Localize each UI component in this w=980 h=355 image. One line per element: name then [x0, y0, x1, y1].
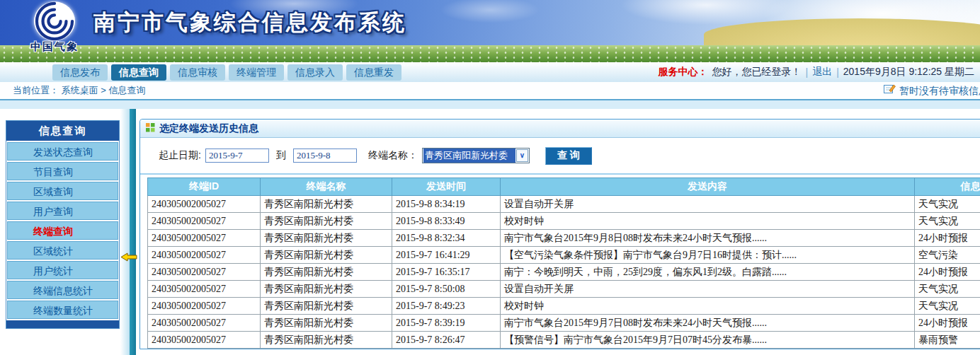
- sidebar-item-region-query[interactable]: 区域查询: [7, 182, 118, 200]
- panel-title: 选定终端发送历史信息: [159, 122, 258, 135]
- nav-tabs: 信息发布 信息查询 信息审核 终端管理 信息录入 信息重发: [52, 64, 401, 81]
- table-row[interactable]: 240305002005027 青秀区南阳新光村委 2015-9-7 8:49:…: [148, 298, 980, 315]
- cell-terminal-id: 240305002005027: [148, 281, 261, 298]
- col-terminal-id: 终端ID: [148, 178, 261, 196]
- tab-info-publish[interactable]: 信息发布: [52, 64, 108, 81]
- sidebar-item-terminal-query[interactable]: 终端查询: [7, 221, 118, 240]
- sidebar-item-send-status-query[interactable]: 发送状态查询: [7, 142, 118, 161]
- search-button[interactable]: 查 询: [545, 147, 592, 165]
- col-terminal-name: 终端名称: [261, 178, 392, 196]
- cell-info-type: 天气实况: [915, 281, 980, 298]
- cell-terminal-name: 青秀区南阳新光村委: [261, 315, 392, 332]
- sidebar-item-program-query[interactable]: 节目查询: [7, 162, 118, 180]
- history-table: 终端ID 终端名称 发送时间 发送内容 信息位 240305002005027 …: [147, 178, 980, 349]
- col-send-content: 发送内容: [501, 178, 915, 196]
- cell-info-type: 天气实况: [915, 298, 980, 315]
- sidebar-item-region-stats[interactable]: 区域统计: [7, 241, 118, 260]
- terminal-select-value: 青秀区南阳新光村委: [423, 149, 515, 163]
- col-info-type: 信息位: [915, 178, 980, 196]
- cell-terminal-name: 青秀区南阳新光村委: [261, 230, 392, 247]
- datetime-display: 2015年9月8日 9:12:25 星期二: [843, 66, 974, 78]
- content-area: 信息查询 发送状态查询 节目查询 区域查询 用户查询 终端查询 区域统计 用户统…: [0, 109, 980, 355]
- cell-send-content: 校对时钟: [501, 213, 915, 230]
- chevron-down-icon: ∨: [516, 149, 528, 162]
- top-navbar: 信息发布 信息查询 信息审核 终端管理 信息录入 信息重发 服务中心： 您好，您…: [0, 62, 980, 82]
- table-row[interactable]: 240305002005027 青秀区南阳新光村委 2015-9-8 8:33:…: [148, 213, 980, 230]
- table-row[interactable]: 240305002005027 青秀区南阳新光村委 2015-9-8 8:34:…: [148, 196, 980, 213]
- breadcrumb-home[interactable]: 系统桌面: [62, 85, 98, 95]
- page-title: 南宁市气象综合信息发布系统: [93, 8, 406, 37]
- login-greeting: 您好，您已经登录！: [712, 66, 802, 78]
- cell-info-type: 天气实况: [915, 196, 980, 213]
- cell-terminal-id: 240305002005027: [148, 230, 261, 247]
- sidebar-gap: [120, 109, 130, 355]
- tab-info-query[interactable]: 信息查询: [111, 64, 166, 81]
- history-table-wrap: 终端ID 终端名称 发送时间 发送内容 信息位 240305002005027 …: [140, 175, 980, 349]
- cell-send-time: 2015-9-7 8:49:23: [392, 298, 501, 315]
- date-from-input[interactable]: [205, 149, 269, 163]
- history-panel: 选定终端发送历史信息 起止日期: 到 终端名称： 青秀区南阳新光村委 ∨ 查 询: [139, 119, 980, 349]
- sidebar-title: 信息查询: [6, 121, 119, 141]
- table-row[interactable]: 240305002005027 青秀区南阳新光村委 2015-9-8 8:32:…: [148, 230, 980, 247]
- user-status-bar: 服务中心： 您好，您已经登录！ | 退出 | 2015年9月8日 9:12:25…: [659, 66, 975, 78]
- cell-terminal-name: 青秀区南阳新光村委: [261, 332, 392, 349]
- sidebar-item-user-query[interactable]: 用户查询: [7, 202, 118, 220]
- cell-send-time: 2015-9-8 8:32:34: [392, 230, 501, 247]
- grass-decoration: [0, 45, 980, 62]
- cell-terminal-name: 青秀区南阳新光村委: [261, 213, 392, 230]
- cell-send-time: 2015-9-7 16:41:29: [392, 247, 501, 264]
- cell-terminal-name: 青秀区南阳新光村委: [261, 264, 392, 281]
- tab-terminal-manage[interactable]: 终端管理: [229, 64, 284, 81]
- terminal-select[interactable]: 青秀区南阳新光村委 ∨: [422, 148, 530, 163]
- table-row[interactable]: 240305002005027 青秀区南阳新光村委 2015-9-7 16:41…: [148, 247, 980, 264]
- cell-send-time: 2015-9-7 16:35:17: [392, 264, 501, 281]
- sidebar-splitter[interactable]: [130, 109, 136, 355]
- cell-send-time: 2015-9-7 8:26:47: [392, 332, 501, 349]
- cell-info-type: 暴雨预警: [915, 332, 980, 349]
- cell-terminal-name: 青秀区南阳新光村委: [261, 247, 392, 264]
- cma-logo: 中国气象: [17, 1, 92, 54]
- breadcrumb-current: 信息查询: [108, 85, 145, 95]
- breadcrumb-row: 当前位置： 系统桌面 > 信息查询 暂时没有待审核信息: [0, 82, 980, 99]
- application-window: 中国气象 南宁市气象综合信息发布系统 信息发布 信息查询 信息审核 终端管理 信…: [0, 0, 980, 355]
- tab-info-entry[interactable]: 信息录入: [287, 64, 343, 81]
- cell-send-content: 南宁市气象台2015年9月8日08时发布未来24小时天气预报......: [501, 230, 915, 247]
- service-center-label: 服务中心：: [659, 66, 708, 78]
- cell-info-type: 24小时预报: [915, 264, 980, 281]
- cell-terminal-id: 240305002005027: [148, 332, 261, 349]
- pending-audit-note[interactable]: 暂时没有待审核信息: [884, 82, 980, 99]
- separator-band: [0, 99, 980, 109]
- tab-info-resend[interactable]: 信息重发: [346, 64, 401, 81]
- cell-send-content: 南宁：今晚到明天，中雨，25到29度，偏东风1到2级。白露踏......: [501, 264, 915, 281]
- banner: 中国气象 南宁市气象综合信息发布系统: [0, 0, 980, 62]
- date-range-label: 起止日期:: [159, 149, 201, 162]
- cell-info-type: 天气实况: [915, 213, 980, 230]
- cell-terminal-name: 青秀区南阳新光村委: [261, 281, 392, 298]
- logout-link[interactable]: 退出: [812, 66, 832, 78]
- note-pencil-icon: [884, 82, 896, 99]
- cell-terminal-id: 240305002005027: [148, 247, 261, 264]
- cell-send-time: 2015-9-8 8:33:49: [392, 213, 501, 230]
- table-row[interactable]: 240305002005027 青秀区南阳新光村委 2015-9-7 16:35…: [148, 264, 980, 281]
- cell-info-type: 24小时预报: [915, 315, 980, 332]
- breadcrumb-separator: >: [101, 85, 106, 95]
- tab-info-audit[interactable]: 信息审核: [170, 64, 225, 81]
- sidebar-item-user-stats[interactable]: 用户统计: [7, 261, 118, 279]
- date-to-input[interactable]: [293, 149, 357, 163]
- cell-send-content: 设置自动开关屏: [501, 281, 915, 298]
- cell-terminal-id: 240305002005027: [148, 315, 261, 332]
- table-row[interactable]: 240305002005027 青秀区南阳新光村委 2015-9-7 8:50:…: [148, 281, 980, 298]
- table-row[interactable]: 240305002005027 青秀区南阳新光村委 2015-9-7 8:39:…: [148, 315, 980, 332]
- arrow-left-icon[interactable]: [120, 252, 137, 264]
- breadcrumb-label: 当前位置：: [13, 85, 59, 95]
- table-row[interactable]: 240305002005027 青秀区南阳新光村委 2015-9-7 8:26:…: [148, 332, 980, 349]
- table-header-row: 终端ID 终端名称 发送时间 发送内容 信息位: [148, 178, 980, 196]
- sidebar-item-terminal-info-stats[interactable]: 终端信息统计: [7, 281, 118, 299]
- cell-terminal-id: 240305002005027: [148, 196, 261, 213]
- sidebar-item-terminal-count-stats[interactable]: 终端数量统计: [7, 301, 118, 319]
- cell-send-content: 【预警信号】南宁市气象台2015年9月7日07时45分发布暴......: [501, 332, 915, 349]
- terminal-name-label: 终端名称：: [368, 149, 418, 162]
- query-form: 起止日期: 到 终端名称： 青秀区南阳新光村委 ∨ 查 询: [140, 138, 980, 175]
- cell-terminal-name: 青秀区南阳新光村委: [261, 196, 392, 213]
- divider: |: [836, 66, 839, 78]
